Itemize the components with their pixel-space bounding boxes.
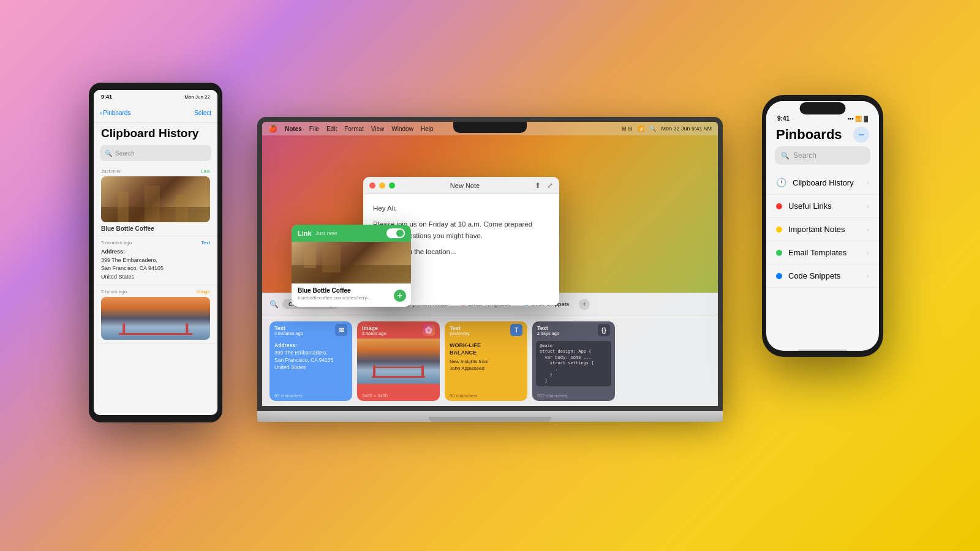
menubar-wifi-icon: 📶 xyxy=(638,126,644,132)
link-popup-header: Link Just now xyxy=(292,225,411,242)
card-icon-mail: ✉ xyxy=(335,324,347,336)
card-image-goldengate[interactable]: Image 2 hours ago 🌸 xyxy=(357,321,440,401)
menubar-edit[interactable]: Edit xyxy=(326,126,337,132)
tab-add-button[interactable]: + xyxy=(579,299,590,310)
iphone-dot-email-templates xyxy=(776,250,782,256)
card-footer-code: 512 characters xyxy=(537,393,568,399)
notes-titlebar: New Note ⬆ ⤢ xyxy=(363,177,559,194)
card-footer-text: 65 characters xyxy=(274,393,302,399)
link-popup-cafe-name: Blue Bottle Coffee xyxy=(298,287,405,294)
pinboards-search-icon[interactable]: 🔍 xyxy=(270,300,279,309)
iphone-search-icon: 🔍 xyxy=(781,152,790,160)
iphone-status-right: ▪▪▪ 📶 ▓ xyxy=(848,116,868,122)
ipad-search[interactable]: 🔍 Search xyxy=(100,145,211,161)
macbook-notch xyxy=(453,122,527,133)
macbook: 🍎 Notes File Edit Format View Window Hel… xyxy=(257,117,723,422)
iphone-list-label-useful-links: Useful Links xyxy=(788,201,861,211)
macbook-display: 🍎 Notes File Edit Format View Window Hel… xyxy=(262,122,718,406)
menubar-app-name[interactable]: Notes xyxy=(285,126,302,132)
iphone-list-item-useful-links[interactable]: Useful Links › xyxy=(766,195,879,218)
iphone-wifi-icon: 📶 xyxy=(855,116,862,122)
link-popup-toggle[interactable] xyxy=(386,228,405,238)
link-popup-cafe-image xyxy=(292,242,411,283)
pinboards-cards: Text 3 minutes ago ✉ Address:399 The Emb… xyxy=(262,315,718,406)
link-popup-cafe-detail: Blue Bottle Coffee bluebottlecoffee.com/… xyxy=(292,283,411,307)
card-icon-code: {} xyxy=(598,324,610,336)
iphone-list-item-code-snippets[interactable]: Code Snippets › xyxy=(766,264,879,288)
card-icon-photos: 🌸 xyxy=(423,324,435,336)
ipad-item-text-content: Address: 399 The Embarcadero, San Franci… xyxy=(101,248,210,281)
card-footer-image: 3400 × 2400 xyxy=(362,393,388,399)
ipad-item-image[interactable]: 2 hours ago Image xyxy=(94,285,217,344)
iphone-dynamic-island xyxy=(800,102,846,114)
iphone-list-label-important-notes: Important Notes xyxy=(788,225,861,234)
card-body-address: Address:399 The Embarcadero,San Francisc… xyxy=(270,339,352,375)
ipad-item-text[interactable]: 3 minutes ago Text Address: 399 The Emba… xyxy=(94,236,217,285)
ipad: 9:41 Mon Jun 22 ‹ Pinboards Select Clipb… xyxy=(89,83,222,422)
traffic-light-red[interactable] xyxy=(369,182,375,189)
link-popup-label: Link xyxy=(298,230,312,237)
ipad-screen: 9:41 Mon Jun 22 ‹ Pinboards Select Clipb… xyxy=(94,90,217,415)
ipad-item-link-image xyxy=(101,176,210,222)
ipad-item-text-type: Text xyxy=(201,240,210,246)
card-header-code: Text 2 days ago {} xyxy=(532,321,615,339)
ipad-time: 9:41 xyxy=(101,94,112,100)
card-time-image: 2 hours ago xyxy=(362,331,386,335)
ipad-nav-bar: ‹ Pinboards Select xyxy=(94,103,217,123)
iphone-add-button[interactable]: − xyxy=(853,127,869,143)
card-body-code: @main struct design: App { var body: som… xyxy=(536,341,611,386)
ipad-select-button[interactable]: Select xyxy=(194,110,211,116)
card-time-code: 2 days ago xyxy=(537,331,559,335)
ipad-status-date: Mon Jun 22 xyxy=(184,94,210,100)
menubar-format[interactable]: Format xyxy=(344,126,364,132)
notes-window-title: New Note xyxy=(399,182,531,189)
card-type-image: Image xyxy=(362,325,386,331)
card-code-snippet[interactable]: Text 2 days ago {} @main struct design: … xyxy=(532,321,615,401)
iphone-list-item-clipboard[interactable]: 🕐 Clipboard History › xyxy=(766,171,879,195)
iphone-search-placeholder: Search xyxy=(793,151,816,160)
menubar-file[interactable]: File xyxy=(309,126,319,132)
menubar-controls-icon: ⊞ ⊟ xyxy=(622,126,633,132)
card-text-worklife[interactable]: Text yesterday T WORK-LIFEBALANCE New in… xyxy=(445,321,527,401)
card-text-address[interactable]: Text 3 minutes ago ✉ Address:399 The Emb… xyxy=(270,321,352,401)
menubar-right: ⊞ ⊟ 📶 🔍 Mon 22 Jun 9:41 AM xyxy=(622,126,712,132)
menubar-window[interactable]: Window xyxy=(391,126,413,132)
apple-logo-icon: 🍎 xyxy=(268,124,277,133)
ipad-item-image-time: 2 hours ago xyxy=(101,289,127,294)
card-header-image: Image 2 hours ago 🌸 xyxy=(357,321,440,339)
traffic-light-green[interactable] xyxy=(389,182,395,189)
iphone-chevron-clipboard: › xyxy=(867,178,869,187)
iphone-chevron-important-notes: › xyxy=(867,225,869,234)
ipad-item-image-img xyxy=(101,297,210,340)
iphone-search[interactable]: 🔍 Search xyxy=(775,146,870,165)
menubar-view[interactable]: View xyxy=(371,126,385,132)
iphone-time: 9:41 xyxy=(777,115,790,122)
ipad-item-link-name: Blue Bottle Coffee xyxy=(101,225,210,232)
iphone-chevron-useful-links: › xyxy=(867,202,869,211)
iphone-home-indicator xyxy=(798,350,847,351)
notes-share-icon[interactable]: ⬆ xyxy=(535,181,541,190)
iphone-list-item-email-templates[interactable]: Email Templates › xyxy=(766,241,879,264)
menubar-help[interactable]: Help xyxy=(421,126,434,132)
ipad-back-button[interactable]: ‹ Pinboards xyxy=(100,110,130,116)
iphone-dot-useful-links xyxy=(776,203,782,209)
link-popup[interactable]: Link Just now Blue Bottle Coffee bluebot… xyxy=(292,225,411,307)
notes-window-icons: ⬆ ⤢ xyxy=(535,181,553,190)
link-popup-time: Just now xyxy=(315,230,337,236)
link-popup-add-button[interactable]: + xyxy=(394,290,406,302)
iphone-list-label-code-snippets: Code Snippets xyxy=(788,271,861,280)
iphone-list-label-clipboard: Clipboard History xyxy=(793,178,861,187)
traffic-light-yellow[interactable] xyxy=(379,182,385,189)
iphone-screen: 9:41 ▪▪▪ 📶 ▓ Pinboards − 🔍 Search 🕐 Clip… xyxy=(766,101,879,351)
iphone-list-item-important-notes[interactable]: Important Notes › xyxy=(766,218,879,241)
card-type-worklife: Text xyxy=(450,325,470,331)
notes-fullscreen-icon[interactable]: ⤢ xyxy=(547,181,553,190)
card-footer-worklife: 50 characters xyxy=(450,393,477,399)
ipad-item-image-type: Image xyxy=(197,289,210,294)
card-type-code: Text xyxy=(537,325,559,331)
macbook-screen: 🍎 Notes File Edit Format View Window Hel… xyxy=(257,117,723,411)
menubar-search-icon[interactable]: 🔍 xyxy=(649,126,656,132)
iphone-chevron-code-snippets: › xyxy=(867,272,869,280)
ipad-item-link[interactable]: Just now Link Blue Bottle Coffee xyxy=(94,165,217,236)
card-header-text: Text 3 minutes ago ✉ xyxy=(270,321,352,339)
